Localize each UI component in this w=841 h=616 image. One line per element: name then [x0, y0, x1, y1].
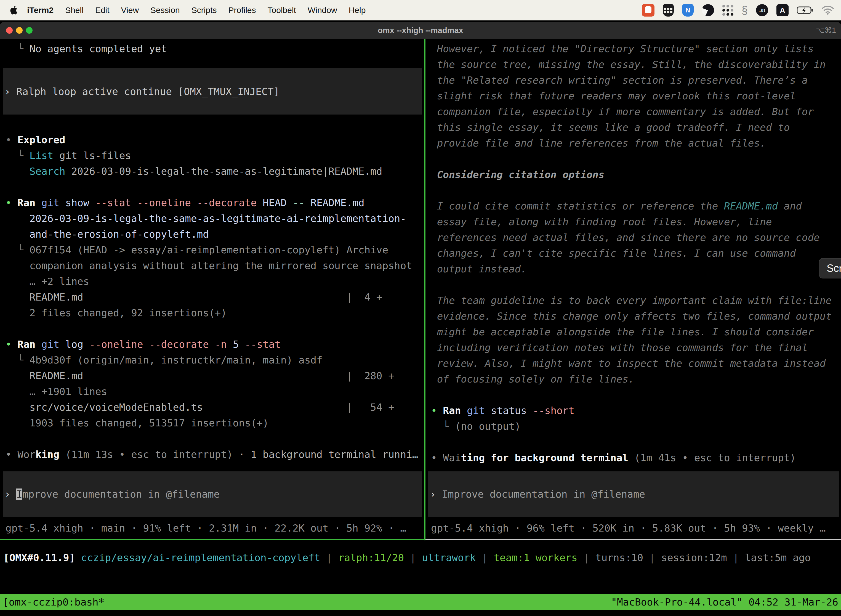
terminal-content: └ No agents completed yet › Ralph loop a… [0, 39, 841, 616]
menu-item-shell[interactable]: Shell [65, 6, 84, 15]
terminal-line: src/voice/voiceModeEnabled.ts | 54 + [6, 399, 424, 415]
left-pane-border [0, 539, 424, 540]
tmux-host-clock: "MacBook-Pro-44.local" 04:52 31-Mar-26 [608, 596, 841, 608]
terminal-line: companion analysis without altering the … [6, 258, 424, 273]
omx-status-line: [OMX#0.11.9] cczip/essay/ai-reimplementa… [3, 550, 811, 566]
terminal-line: └ List git ls-files [6, 148, 424, 163]
right-pane: However, I noticed the "Directory Struct… [425, 39, 841, 540]
terminal-line: this single essay, it seems like a good … [431, 119, 841, 135]
terminal-line: the source tree, missing the essay. Stil… [431, 57, 841, 72]
menu-item-scripts[interactable]: Scripts [192, 6, 217, 15]
terminal-line: • Explored [6, 132, 424, 148]
terminal-line: evidence. Since this change only affects… [431, 308, 841, 324]
menu-item-edit[interactable]: Edit [95, 6, 110, 15]
menu-item-iterm2[interactable]: iTerm2 [27, 6, 54, 15]
menu-item-window[interactable]: Window [308, 6, 337, 15]
window-titlebar: omx --xhigh --madmax ⌥⌘1 [0, 22, 841, 39]
terminal-line: might be acceptable alongside the file l… [431, 324, 841, 340]
terminal-line: Considering citation options [431, 167, 841, 182]
terminal-line: • Ran git log --oneline --decorate -n 5 … [6, 336, 424, 352]
terminal-line: • Ran git show --stat --oneline --decora… [6, 195, 424, 211]
terminal-line: provide file and line references from th… [431, 135, 841, 151]
terminal-line: › Improve documentation in @filename [428, 486, 645, 502]
terminal-line: [OMX#0.11.9] cczip/essay/ai-reimplementa… [3, 550, 811, 566]
input-source-icon[interactable]: A [777, 4, 788, 16]
right-pane-border [425, 539, 841, 540]
terminal-line: └ (no output) [431, 418, 841, 434]
terminal-line: However, I noticed the "Directory Struct… [431, 41, 841, 57]
ralph-inject-box[interactable]: › Ralph loop active continue [OMX_TMUX_I… [3, 68, 422, 114]
battery-icon[interactable] [797, 6, 813, 14]
terminal-line: └ 4b9d30f (origin/main, instructkr/main,… [6, 352, 424, 368]
terminal-line: • Waiting for background terminal (1m 41… [431, 450, 841, 466]
terminal-line [431, 151, 841, 167]
terminal-line: └ No agents completed yet [6, 41, 424, 57]
tmux-status-bar: [omx-cczip0:bash* "MacBook-Pro-44.local"… [0, 594, 841, 610]
left-model-status: gpt-5.4 xhigh · main · 91% left · 2.31M … [6, 520, 406, 536]
badge-61-icon[interactable]: ..61 [756, 4, 768, 16]
right-model-status: gpt-5.4 xhigh · 96% left · 520K in · 5.8… [431, 520, 826, 536]
menu-item-session[interactable]: Session [150, 6, 180, 15]
menu-items: iTerm2ShellEditViewSessionScriptsProfile… [22, 6, 366, 15]
terminal-line: • Working (11m 13s • esc to interrupt) ·… [6, 447, 424, 462]
terminal-line: changes, I can't cite specific file line… [431, 245, 841, 261]
left-prompt-input[interactable]: › Improve documentation in @filename [3, 471, 422, 517]
menu-item-help[interactable]: Help [349, 6, 366, 15]
terminal-line: including verification notes with those … [431, 340, 841, 355]
terminal-line [6, 321, 424, 336]
vpn-shield-icon[interactable]: N [682, 4, 694, 16]
menu-item-view[interactable]: View [121, 6, 139, 15]
terminal-line [431, 387, 841, 403]
screen-share-overlay[interactable]: Scre [819, 258, 841, 279]
terminal-line: essay file, along with finding root file… [431, 214, 841, 230]
grid-shield-icon[interactable] [663, 4, 674, 16]
terminal-line [431, 277, 841, 293]
terminal-line: … +1901 lines [6, 384, 424, 399]
terminal-line: Search 2026-03-09-is-legal-the-same-as-l… [6, 163, 424, 179]
tmux-session-label[interactable]: [omx-cczip0:bash* [0, 596, 107, 608]
terminal-line: • Ran git status --short [431, 403, 841, 418]
terminal-line: references need actual files, and since … [431, 230, 841, 245]
terminal-line: output instead. [431, 261, 841, 277]
terminal-line [6, 179, 424, 195]
left-transcript: • Explored └ List git ls-files Search 20… [6, 132, 424, 462]
terminal-line: 1903 files changed, 513517 insertions(+) [6, 415, 424, 431]
left-pane: └ No agents completed yet › Ralph loop a… [0, 39, 424, 540]
apple-menu-icon[interactable] [10, 6, 18, 15]
right-transcript: However, I noticed the "Directory Struct… [431, 41, 841, 466]
dots-grid-icon[interactable] [722, 5, 733, 16]
window-title: omx --xhigh --madmax [0, 22, 841, 39]
terminal-line: I could cite commit statistics or refere… [431, 198, 841, 214]
menu-bar: iTerm2ShellEditViewSessionScriptsProfile… [0, 0, 841, 21]
hook-icon[interactable]: § [742, 4, 748, 16]
terminal-line: README.md | 280 + [6, 368, 424, 384]
screen-share-icon[interactable] [642, 4, 655, 16]
pie-menu-icon[interactable] [702, 4, 714, 16]
terminal-line: README.md | 4 + [6, 289, 424, 305]
terminal-line: › Ralph loop active continue [OMX_TMUX_I… [3, 84, 280, 99]
terminal-line: of focusing solely on file lines. [431, 371, 841, 387]
terminal-line: The team guideline is to back every impo… [431, 293, 841, 308]
terminal-line: review. Also, I might want to inspect th… [431, 355, 841, 371]
terminal-line [431, 434, 841, 450]
menu-item-profiles[interactable]: Profiles [228, 6, 256, 15]
terminal-line [6, 431, 424, 447]
menu-item-toolbelt[interactable]: Toolbelt [268, 6, 296, 15]
terminal-line: › Improve documentation in @filename [3, 486, 220, 502]
terminal-line [431, 182, 841, 198]
terminal-line: the "Related research writing" section i… [431, 72, 841, 88]
window-shortcut: ⌥⌘1 [816, 22, 836, 39]
terminal-line: 2026-03-09-is-legal-the-same-as-legitima… [6, 211, 424, 226]
wifi-icon[interactable] [822, 6, 834, 15]
terminal-line: and-the-erosion-of-copyleft.md [6, 226, 424, 242]
terminal-line: slight risk that future readers may over… [431, 88, 841, 104]
terminal-line: 2 files changed, 92 insertions(+) [6, 305, 424, 321]
left-agent-summary: └ No agents completed yet [6, 41, 424, 57]
right-prompt-input[interactable]: › Improve documentation in @filename [428, 471, 839, 517]
terminal-line: companion file, especially if more comme… [431, 104, 841, 119]
menu-status-icons: N § ..61 A [642, 0, 834, 21]
terminal-line: … +2 lines [6, 273, 424, 289]
terminal-line: └ 067f154 (HEAD -> essay/ai-reimplementa… [6, 242, 424, 258]
